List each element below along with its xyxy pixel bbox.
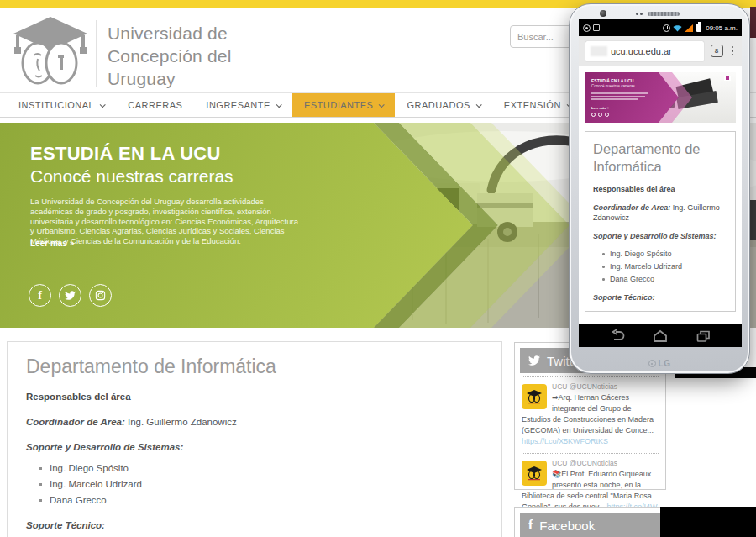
signal-icon xyxy=(685,24,693,32)
department-content-card: Departamento de Informática Responsables… xyxy=(7,341,502,537)
battery-icon xyxy=(696,24,701,32)
responsables-heading: Responsables del área xyxy=(26,392,483,402)
lg-logo-icon xyxy=(648,360,656,367)
graduates-logo-icon xyxy=(10,15,91,91)
back-button[interactable] xyxy=(609,329,626,344)
hero-subtitle: Conocé nuestras carreras xyxy=(30,166,234,187)
nav-label: GRADUADOS xyxy=(407,100,470,110)
phone-camera xyxy=(600,10,606,17)
twitter-icon[interactable] xyxy=(59,284,81,307)
tweet-link[interactable]: https://t.co/X5KWFORtKS xyxy=(522,437,608,445)
tweet: UCU @UCUNoticias ➡Arq. Hernan Cáceres in… xyxy=(522,376,659,453)
phone-page-title: Departamento de Informática xyxy=(593,140,727,176)
nav-item-graduados[interactable]: GRADUADOS xyxy=(395,93,491,117)
university-name-line3: Uruguay xyxy=(108,67,232,90)
nav-label: EXTENSIÓN xyxy=(504,100,561,110)
chevron-down-icon xyxy=(276,102,282,108)
phone-hero-banner: ESTUDIÁ EN LA UCU Conocé nuestras carrer… xyxy=(585,72,736,123)
list-item: Dana Grecco xyxy=(601,273,727,286)
facebook-f-icon: f xyxy=(528,518,533,533)
tecnico-members-list: Adrián Jacquet Nelson Romero xyxy=(26,534,483,537)
lg-brand-text: LG xyxy=(659,359,671,368)
nav-item-carreras[interactable]: CARRERAS xyxy=(116,93,194,117)
phone-sensor-dots xyxy=(636,13,643,15)
recents-button[interactable] xyxy=(695,329,711,344)
browser-menu-icon[interactable] xyxy=(730,45,736,58)
alarm-icon xyxy=(663,24,670,32)
ucu-logo-icon xyxy=(526,389,543,404)
url-redacted-region xyxy=(591,46,607,56)
phone-mockup: 09:05 a.m. ucu.ucu.edu.ar 8 ESTUDIÁ EN L xyxy=(569,3,750,374)
facebook-icon[interactable]: f xyxy=(29,284,51,307)
capture-artifact-black-block xyxy=(660,507,756,537)
nav-label: ESTUDIANTES xyxy=(304,100,374,110)
phone-banner-logo xyxy=(724,76,731,81)
page: Universidad de Concepción del Uruguay IN… xyxy=(0,0,756,537)
soporte-tecnico-heading: Soporte Técnico: xyxy=(26,520,483,530)
phone-soporte-tecnico-heading: Soporte Técnico: xyxy=(593,292,727,303)
phone-page-content: ESTUDIÁ EN LA UCU Conocé nuestras carrer… xyxy=(579,66,742,324)
phone-coordinator-line: Coordinador de Area: Ing. Guillermo Zdan… xyxy=(593,203,727,223)
home-button[interactable] xyxy=(652,329,669,344)
chevron-down-icon xyxy=(100,102,106,108)
list-item: Dana Grecco xyxy=(38,492,483,508)
chevron-down-icon xyxy=(475,102,481,108)
university-name-line2: Concepción del xyxy=(108,45,232,67)
ucu-avatar xyxy=(522,384,547,409)
university-name-line1: Universidad de xyxy=(108,22,232,45)
read-more-link[interactable]: Leer más » xyxy=(30,239,74,248)
university-name: Universidad de Concepción del Uruguay xyxy=(108,22,232,90)
wifi-icon xyxy=(673,24,682,32)
coordinator-label: Coordinador de Area: xyxy=(26,417,125,427)
tab-counter-button[interactable]: 8 xyxy=(711,45,723,57)
phone-hero-text-lines xyxy=(591,92,650,102)
logo-divider xyxy=(96,20,97,87)
list-item: Adrián Jacquet xyxy=(38,534,483,537)
nav-item-estudiantes[interactable]: ESTUDIANTES xyxy=(292,93,396,117)
list-item: Ing. Marcelo Udrizard xyxy=(38,476,483,492)
hero-text-block: ESTUDIÁ EN LA UCU Conocé nuestras carrer… xyxy=(30,143,234,187)
phone-soporte-sistemas-heading: Soporte y Desarrollo de Sistemas: xyxy=(593,231,727,241)
android-nav-bar xyxy=(579,324,742,347)
twitter-bird-icon xyxy=(528,355,540,366)
whatsapp-notification-icon xyxy=(583,24,591,32)
page-title: Departamento de Informática xyxy=(26,355,483,378)
phone-screen: 09:05 a.m. ucu.ucu.edu.ar 8 ESTUDIÁ EN L xyxy=(579,19,742,347)
phone-hero-title: ESTUDIÁ EN LA UCU xyxy=(591,78,633,83)
phone-chin: LG xyxy=(570,359,749,368)
soporte-sistemas-heading: Soporte y Desarrollo de Sistemas: xyxy=(26,442,483,452)
hero-title: ESTUDIÁ EN LA UCU xyxy=(30,143,234,165)
ucu-avatar xyxy=(522,461,547,486)
ucu-logo-icon xyxy=(526,466,543,481)
screenshot-notification-icon xyxy=(593,24,600,31)
url-field[interactable]: ucu.ucu.edu.ar xyxy=(585,41,704,61)
phone-sistemas-members-list: Ing. Diego Spósito Ing. Marcelo Udrizard… xyxy=(593,248,727,286)
sistemas-members-list: Ing. Diego Spósito Ing. Marcelo Udrizard… xyxy=(26,461,483,508)
phone-responsables-heading: Responsables del área xyxy=(593,184,727,194)
browser-address-bar: ucu.ucu.edu.ar 8 xyxy=(579,36,742,66)
facebook-widget-header: f Facebook xyxy=(520,513,660,537)
phone-status-bar: 09:05 a.m. xyxy=(579,19,742,36)
phone-department-card: Departamento de Informática Responsables… xyxy=(585,131,736,312)
capture-artifact-edge-strip xyxy=(750,7,756,38)
facebook-widget: f Facebook xyxy=(514,507,666,537)
phone-social-icons xyxy=(591,113,609,117)
nav-item-ingresante[interactable]: INGRESANTE xyxy=(194,93,292,117)
university-logo[interactable] xyxy=(10,15,91,94)
chevron-down-icon xyxy=(379,102,385,108)
nav-label: INGRESANTE xyxy=(206,100,270,110)
phone-read-more-link[interactable]: Leer más » xyxy=(591,106,609,110)
nav-label: CARRERAS xyxy=(128,100,182,110)
url-text: ucu.ucu.edu.ar xyxy=(611,46,672,56)
facebook-widget-title: Facebook xyxy=(539,519,595,533)
list-item: Ing. Diego Spósito xyxy=(601,248,727,261)
phone-speaker-grille xyxy=(648,12,680,16)
coordinator-line: Coordinador de Area: Ing. Guillermo Zdan… xyxy=(26,417,483,427)
nav-item-institucional[interactable]: INSTITUCIONAL xyxy=(7,93,116,117)
list-item: Ing. Diego Spósito xyxy=(38,461,483,476)
hero-social-icons: f xyxy=(29,284,112,307)
instagram-icon[interactable] xyxy=(89,284,112,307)
coordinator-name: Ing. Guillermo Zdanowicz xyxy=(125,417,237,427)
phone-hero-subtitle: Conocé nuestras carreras xyxy=(591,84,635,88)
list-item: Ing. Marcelo Udrizard xyxy=(601,261,727,273)
